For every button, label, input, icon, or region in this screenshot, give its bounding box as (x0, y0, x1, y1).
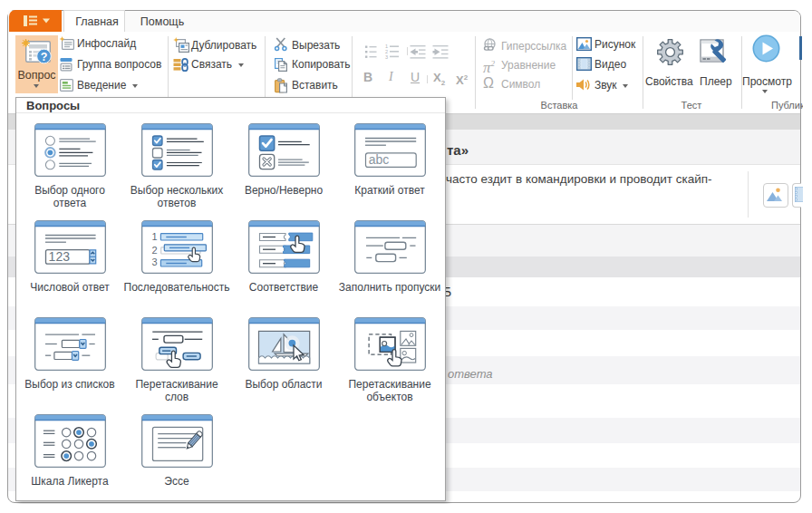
svg-text:1: 1 (152, 231, 158, 242)
svg-text:123: 123 (49, 249, 71, 264)
svg-text:abc: abc (369, 152, 390, 167)
svg-text:3: 3 (152, 256, 158, 267)
svg-text:3: 3 (385, 54, 388, 59)
svg-text:2: 2 (152, 245, 158, 256)
svg-text:?: ? (41, 51, 48, 63)
